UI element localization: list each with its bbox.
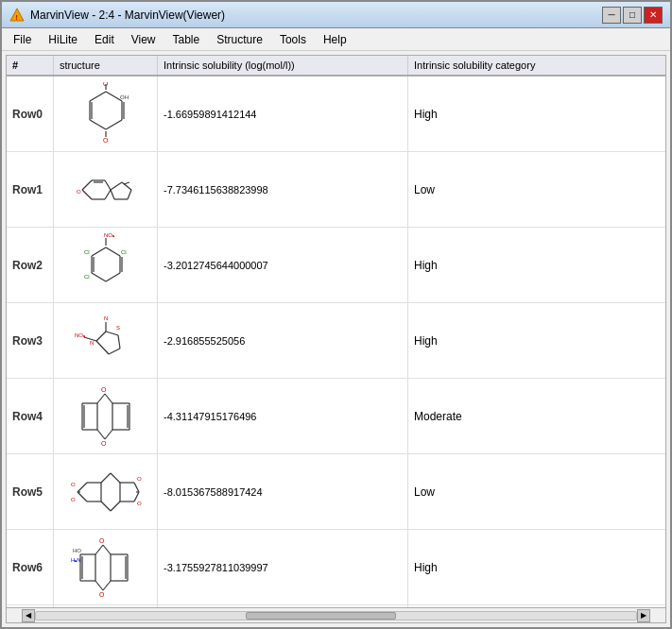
svg-line-24 <box>128 190 131 199</box>
svg-line-55 <box>105 394 112 403</box>
svg-text:Cl: Cl <box>84 249 90 255</box>
molecule-cell-5: O O O O <box>54 454 158 529</box>
molecule-cell-4: O O <box>54 379 158 453</box>
window-controls: ─ □ ✕ <box>602 7 663 24</box>
row-id-5: Row5 <box>7 454 54 529</box>
menu-hilite[interactable]: HiLite <box>41 29 85 50</box>
svg-line-71 <box>101 473 111 483</box>
maximize-button[interactable]: □ <box>623 7 642 24</box>
category-3: High <box>408 303 665 378</box>
svg-text:OH: OH <box>120 94 129 100</box>
svg-line-27 <box>124 182 129 184</box>
svg-text:O: O <box>99 537 105 544</box>
svg-line-7 <box>90 92 106 101</box>
svg-line-72 <box>111 473 120 483</box>
svg-text:NO₂: NO₂ <box>104 233 115 238</box>
category-4: Moderate <box>408 379 665 453</box>
svg-text:O: O <box>137 476 142 482</box>
window-title: MarvinView - 2:4 - MarvinView(Viewer) <box>30 8 602 22</box>
scroll-left-button[interactable]: ◀ <box>22 609 35 622</box>
menu-help[interactable]: Help <box>316 29 354 50</box>
menu-structure[interactable]: Structure <box>209 29 270 50</box>
svg-text:Cl: Cl <box>84 274 90 280</box>
molecule-cell-1: O <box>54 152 158 227</box>
solubility-4: -4.31147915176496 <box>158 379 408 453</box>
row-id-6: Row6 <box>7 530 54 604</box>
svg-line-43 <box>106 332 118 335</box>
molecule-cell-3: N S NO₂ N <box>54 303 158 378</box>
main-window: ! MarvinView - 2:4 - MarvinView(Viewer) … <box>0 0 672 629</box>
svg-line-90 <box>95 545 103 554</box>
svg-line-32 <box>92 273 106 281</box>
svg-line-77 <box>111 502 120 511</box>
col-header-solubility: Intrinsic solubility (log(mol/l)) <box>158 56 408 75</box>
table-row: Row2 NO₂ Cl Cl <box>7 228 665 303</box>
svg-line-22 <box>111 182 122 190</box>
svg-text:O: O <box>137 501 142 506</box>
svg-line-74 <box>134 483 139 492</box>
svg-text:O: O <box>99 591 105 598</box>
svg-text:Cl: Cl <box>121 249 127 255</box>
menu-table[interactable]: Table <box>165 29 208 50</box>
title-bar: ! MarvinView - 2:4 - MarvinView(Viewer) … <box>2 2 670 28</box>
row-id-3: Row3 <box>7 303 54 378</box>
solubility-1: -7.7346115638823998 <box>158 152 408 227</box>
app-icon: ! <box>9 8 25 23</box>
scroll-thumb[interactable] <box>246 612 396 620</box>
svg-text:HO: HO <box>73 548 81 553</box>
svg-line-59 <box>105 430 112 439</box>
svg-line-96 <box>95 581 103 590</box>
svg-line-95 <box>103 581 111 590</box>
scroll-right-button[interactable]: ▶ <box>637 609 650 622</box>
data-table: # structure Intrinsic solubility (log(mo… <box>6 55 666 623</box>
menu-bar: File HiLite Edit View Table Structure To… <box>2 28 670 51</box>
solubility-3: -2.916855525056 <box>158 303 408 378</box>
svg-text:O: O <box>103 82 109 87</box>
col-header-structure: structure <box>54 56 158 75</box>
svg-text:!: ! <box>16 14 18 21</box>
solubility-2: -3.2012745644000007 <box>158 228 408 302</box>
molecule-cell-6: O O HO H₂N <box>54 530 158 604</box>
menu-view[interactable]: View <box>124 29 164 50</box>
table-header: # structure Intrinsic solubility (log(mo… <box>7 56 665 76</box>
svg-line-69 <box>78 483 87 492</box>
row-id-2: Row2 <box>7 228 54 302</box>
solubility-6: -3.1755927811039997 <box>158 530 408 604</box>
svg-line-34 <box>92 247 106 256</box>
row-id-1: Row1 <box>7 152 54 227</box>
table-row: Row3 N S NO₂ N <box>7 303 665 379</box>
menu-tools[interactable]: Tools <box>272 29 314 50</box>
category-2: High <box>408 228 665 302</box>
table-body[interactable]: Row0 O O <box>7 76 665 607</box>
svg-line-31 <box>106 273 120 281</box>
svg-line-20 <box>82 190 92 199</box>
svg-text:O: O <box>77 189 81 195</box>
svg-line-25 <box>111 190 114 199</box>
svg-line-91 <box>103 545 111 554</box>
svg-line-45 <box>109 348 120 354</box>
menu-edit[interactable]: Edit <box>87 29 122 50</box>
svg-line-78 <box>101 502 111 511</box>
minimize-button[interactable]: ─ <box>602 7 621 24</box>
menu-file[interactable]: File <box>6 29 39 50</box>
svg-line-80 <box>78 492 87 502</box>
svg-text:O: O <box>101 386 107 393</box>
svg-line-17 <box>105 180 111 190</box>
horizontal-scrollbar[interactable]: ◀ ▶ <box>7 607 665 622</box>
svg-text:O: O <box>71 482 76 487</box>
svg-text:N: N <box>90 340 94 346</box>
category-5: Low <box>408 454 665 529</box>
svg-text:H₂N: H₂N <box>71 557 81 563</box>
solubility-5: -8.015367588917424 <box>158 454 408 529</box>
col-header-num: # <box>7 56 54 75</box>
svg-line-54 <box>97 394 105 403</box>
svg-text:N: N <box>104 315 108 321</box>
svg-text:O: O <box>71 497 76 502</box>
svg-line-29 <box>106 247 120 256</box>
category-6: High <box>408 530 665 604</box>
svg-line-46 <box>96 341 109 354</box>
table-row: Row5 <box>7 454 665 530</box>
close-button[interactable]: ✕ <box>644 7 663 24</box>
scroll-track[interactable] <box>35 611 637 620</box>
svg-line-5 <box>90 120 106 129</box>
